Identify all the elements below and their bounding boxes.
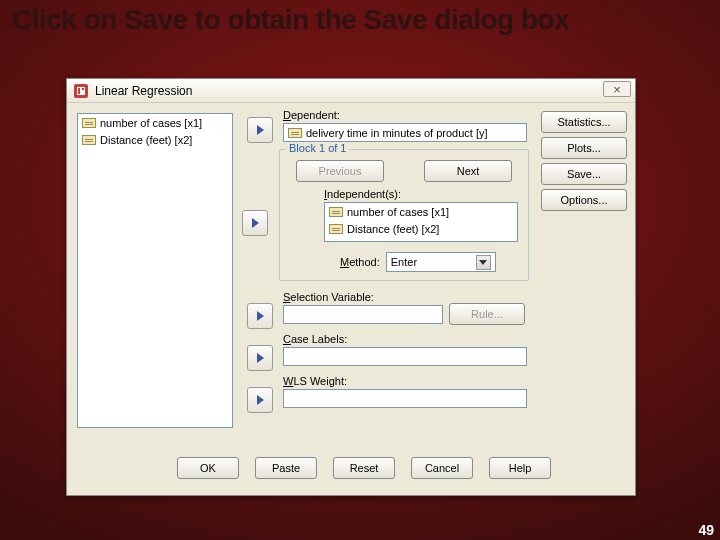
method-label: Method: xyxy=(340,256,380,268)
side-button-column: Statistics... Plots... Save... Options..… xyxy=(541,111,627,211)
move-to-case-labels-button[interactable] xyxy=(247,345,273,371)
case-labels-field[interactable] xyxy=(283,347,527,366)
paste-label: Paste xyxy=(272,462,300,474)
help-button[interactable]: Help xyxy=(489,457,551,479)
statistics-button[interactable]: Statistics... xyxy=(541,111,627,133)
scale-variable-icon xyxy=(288,128,302,138)
slide-page-number: 49 xyxy=(698,522,714,538)
move-to-independents-button[interactable] xyxy=(242,210,268,236)
scale-variable-icon xyxy=(82,135,96,145)
save-button[interactable]: Save... xyxy=(541,163,627,185)
dropdown-toggle[interactable] xyxy=(476,255,491,270)
wls-weight-label: WLS Weight: xyxy=(283,375,347,387)
independents-label: Independent(s): xyxy=(324,188,401,200)
options-label: Options... xyxy=(560,194,607,206)
dependent-field[interactable]: delivery time in minutes of product [y] xyxy=(283,123,527,142)
move-to-wls-button[interactable] xyxy=(247,387,273,413)
paste-button[interactable]: Paste xyxy=(255,457,317,479)
variable-name: number of cases [x1] xyxy=(347,206,449,218)
arrow-right-icon xyxy=(252,218,259,228)
variable-name: number of cases [x1] xyxy=(100,117,202,129)
method-value: Enter xyxy=(391,256,417,268)
options-button[interactable]: Options... xyxy=(541,189,627,211)
svg-rect-3 xyxy=(82,88,84,90)
dialog-title: Linear Regression xyxy=(95,84,192,98)
variable-name: Distance (feet) [x2] xyxy=(347,223,439,235)
ok-label: OK xyxy=(200,462,216,474)
save-label: Save... xyxy=(567,168,601,180)
independents-list[interactable]: number of cases [x1] Distance (feet) [x2… xyxy=(324,202,518,242)
source-variable-list[interactable]: number of cases [x1] Distance (feet) [x2… xyxy=(77,113,233,428)
list-item[interactable]: Distance (feet) [x2] xyxy=(325,220,517,237)
reset-button[interactable]: Reset xyxy=(333,457,395,479)
linear-regression-dialog: Linear Regression × number of cases [x1]… xyxy=(66,78,636,496)
previous-label: Previous xyxy=(319,165,362,177)
bottom-button-row: OK Paste Reset Cancel Help xyxy=(177,457,551,479)
close-icon: × xyxy=(613,82,621,97)
list-item[interactable]: number of cases [x1] xyxy=(78,114,232,131)
list-item[interactable]: Distance (feet) [x2] xyxy=(78,131,232,148)
close-button[interactable]: × xyxy=(603,81,631,97)
arrow-right-icon xyxy=(257,311,264,321)
ok-button[interactable]: OK xyxy=(177,457,239,479)
chevron-down-icon xyxy=(479,260,487,265)
move-to-dependent-button[interactable] xyxy=(247,117,273,143)
case-labels-label: Case Labels: xyxy=(283,333,347,345)
reset-label: Reset xyxy=(350,462,379,474)
variable-name: Distance (feet) [x2] xyxy=(100,134,192,146)
slide-title: Click on Save to obtain the Save dialog … xyxy=(12,4,708,36)
help-label: Help xyxy=(509,462,532,474)
plots-button[interactable]: Plots... xyxy=(541,137,627,159)
rule-label: Rule... xyxy=(471,308,503,320)
scale-variable-icon xyxy=(329,224,343,234)
arrow-right-icon xyxy=(257,125,264,135)
statistics-label: Statistics... xyxy=(557,116,610,128)
dialog-body: number of cases [x1] Distance (feet) [x2… xyxy=(67,103,635,495)
dependent-value: delivery time in minutes of product [y] xyxy=(306,127,488,139)
scale-variable-icon xyxy=(329,207,343,217)
block-group: Block 1 of 1 Previous Next Independent(s… xyxy=(279,149,529,281)
wls-weight-field[interactable] xyxy=(283,389,527,408)
dependent-label: Dependent: xyxy=(283,109,340,121)
spss-app-icon xyxy=(73,83,89,99)
cancel-button[interactable]: Cancel xyxy=(411,457,473,479)
selection-variable-label: Selection Variable: xyxy=(283,291,374,303)
next-label: Next xyxy=(457,165,480,177)
method-dropdown[interactable]: Enter xyxy=(386,252,496,272)
block-legend: Block 1 of 1 xyxy=(286,142,349,154)
arrow-right-icon xyxy=(257,353,264,363)
move-to-selection-button[interactable] xyxy=(247,303,273,329)
list-item[interactable]: number of cases [x1] xyxy=(325,203,517,220)
previous-block-button: Previous xyxy=(296,160,384,182)
arrow-right-icon xyxy=(257,395,264,405)
plots-label: Plots... xyxy=(567,142,601,154)
svg-rect-2 xyxy=(78,88,80,94)
rule-button: Rule... xyxy=(449,303,525,325)
cancel-label: Cancel xyxy=(425,462,459,474)
next-block-button[interactable]: Next xyxy=(424,160,512,182)
selection-variable-field[interactable] xyxy=(283,305,443,324)
scale-variable-icon xyxy=(82,118,96,128)
method-row: Method: Enter xyxy=(340,252,496,272)
dialog-titlebar[interactable]: Linear Regression × xyxy=(67,79,635,103)
